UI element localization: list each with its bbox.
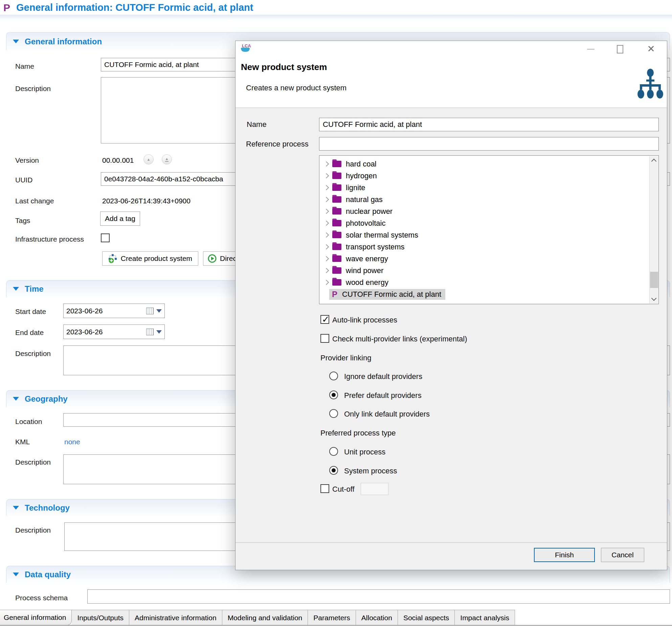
only-link-default-providers-radio[interactable] xyxy=(329,409,338,418)
collapse-icon[interactable] xyxy=(13,506,19,510)
prefer-default-providers-label: Prefer default providers xyxy=(344,391,422,400)
tab-label: General information xyxy=(4,613,66,622)
scrollbar-thumb[interactable] xyxy=(650,272,658,288)
last-change-label: Last change xyxy=(15,197,54,205)
folder-icon xyxy=(332,208,341,215)
chevron-right-icon[interactable] xyxy=(324,221,329,226)
tab-parameters[interactable]: Parameters xyxy=(308,610,356,625)
product-system-icon xyxy=(637,69,664,100)
version-major-up-button[interactable]: ▲ xyxy=(162,154,172,164)
chevron-right-icon[interactable] xyxy=(324,173,329,179)
uuid-label: UUID xyxy=(15,176,32,184)
tree-item-label: hard coal xyxy=(346,160,377,169)
tree-item-wood-energy[interactable]: wood energy xyxy=(319,276,658,288)
finish-button[interactable]: Finish xyxy=(534,548,595,562)
chevron-right-icon[interactable] xyxy=(324,244,329,250)
tab-modeling-and-validation[interactable]: Modeling and validation xyxy=(222,610,308,625)
tree-item-wind-power[interactable]: wind power xyxy=(319,265,658,276)
version-minor-up-button[interactable]: ▲ xyxy=(143,154,154,164)
dialog-reference-process-input[interactable] xyxy=(319,137,659,151)
play-icon xyxy=(207,254,217,263)
start-date-input[interactable]: 2023-06-26 xyxy=(63,304,165,318)
cutoff-checkbox[interactable] xyxy=(320,484,329,493)
create-product-system-label: Create product system xyxy=(121,254,192,263)
tree-item-natural-gas[interactable]: natural gas xyxy=(319,194,658,205)
system-process-radio[interactable] xyxy=(329,466,338,475)
direct-calculation-label: Direc xyxy=(220,254,237,263)
folder-icon xyxy=(332,244,341,250)
section-title: Data quality xyxy=(25,570,71,579)
add-tag-button[interactable]: Add a tag xyxy=(100,211,140,226)
tab-label: Inputs/Outputs xyxy=(77,614,124,622)
tree-item-wave-energy[interactable]: wave energy xyxy=(319,253,658,265)
ignore-default-providers-radio[interactable] xyxy=(329,372,338,380)
create-product-system-button[interactable]: Create product system xyxy=(102,251,198,266)
kml-none-link[interactable]: none xyxy=(64,438,80,446)
tab-inputs-outputs[interactable]: Inputs/Outputs xyxy=(72,610,129,625)
chevron-down-icon[interactable] xyxy=(156,330,162,334)
tree-item-hard-coal[interactable]: hard coal xyxy=(319,158,658,170)
folder-icon xyxy=(332,184,341,191)
tree-item-photovoltaic[interactable]: photovoltaic xyxy=(319,217,658,229)
collapse-icon[interactable] xyxy=(13,397,19,401)
chevron-right-icon[interactable] xyxy=(324,161,329,167)
end-date-input[interactable]: 2023-06-26 xyxy=(63,325,165,339)
tab-allocation[interactable]: Allocation xyxy=(356,610,398,625)
maximize-button[interactable] xyxy=(614,43,626,55)
tab-impact-analysis[interactable]: Impact analysis xyxy=(455,610,515,625)
technology-description-label: Description xyxy=(15,526,51,534)
infrastructure-process-checkbox[interactable] xyxy=(101,233,110,242)
collapse-icon[interactable] xyxy=(13,287,19,291)
only-link-default-providers-label: Only link default providers xyxy=(344,410,430,419)
chevron-right-icon[interactable] xyxy=(324,256,329,262)
tree-item-hydrogen[interactable]: hydrogen xyxy=(319,170,658,182)
tab-general-information[interactable]: General information xyxy=(0,610,72,625)
chevron-right-icon[interactable] xyxy=(324,209,329,214)
calendar-icon[interactable] xyxy=(146,308,154,314)
process-icon: P xyxy=(3,2,10,14)
dialog-name-input[interactable] xyxy=(319,118,659,131)
tree-item-label: natural gas xyxy=(346,195,383,204)
collapse-icon[interactable] xyxy=(13,40,19,43)
multi-provider-links-label: Check multi-provider links (experimental… xyxy=(332,335,467,343)
folder-icon xyxy=(332,279,341,286)
close-button[interactable]: ✕ xyxy=(645,43,657,55)
chevron-right-icon[interactable] xyxy=(324,232,329,238)
spinner-up-icon: ▲ xyxy=(165,157,169,162)
process-schema-input[interactable] xyxy=(87,589,670,604)
tab-label: Modeling and validation xyxy=(228,614,303,622)
auto-link-processes-checkbox[interactable] xyxy=(320,315,329,324)
scroll-up-icon[interactable] xyxy=(651,159,657,164)
tree-item-solar-thermal-systems[interactable]: solar thermal systems xyxy=(319,229,658,241)
prefer-default-providers-radio[interactable] xyxy=(329,390,338,399)
editor-tab-bar: General information Inputs/Outputs Admin… xyxy=(0,610,515,625)
maximize-icon xyxy=(617,45,623,53)
cutoff-value-input xyxy=(361,483,388,495)
new-product-system-dialog: LCA ✕ New product system Creates a new p… xyxy=(235,41,667,570)
system-process-label: System process xyxy=(344,467,397,475)
geography-description-label: Description xyxy=(15,458,51,466)
minimize-button[interactable] xyxy=(585,43,597,55)
cancel-button[interactable]: Cancel xyxy=(601,548,644,562)
name-label: Name xyxy=(15,62,34,70)
chevron-down-icon[interactable] xyxy=(156,309,162,313)
chevron-right-icon[interactable] xyxy=(324,268,329,273)
calendar-icon[interactable] xyxy=(146,329,154,335)
chevron-right-icon[interactable] xyxy=(324,197,329,202)
scroll-down-icon[interactable] xyxy=(651,296,657,301)
chevron-right-icon[interactable] xyxy=(324,280,329,285)
tree-item-label: wave energy xyxy=(346,254,388,263)
unit-process-radio[interactable] xyxy=(329,447,338,456)
start-date-value: 2023-06-26 xyxy=(66,307,143,315)
tree-item-lignite[interactable]: lignite xyxy=(319,182,658,194)
chevron-right-icon[interactable] xyxy=(324,185,329,191)
tree-item-selected-process[interactable]: P CUTOFF Formic acid, at plant xyxy=(319,288,658,300)
tree-scrollbar[interactable] xyxy=(649,156,658,304)
version-value: 00.00.001 xyxy=(102,156,134,164)
tab-administrative-information[interactable]: Administrative information xyxy=(129,610,222,625)
tab-social-aspects[interactable]: Social aspects xyxy=(398,610,455,625)
collapse-icon[interactable] xyxy=(13,573,19,576)
multi-provider-links-checkbox[interactable] xyxy=(320,334,329,343)
tree-item-nuclear-power[interactable]: nuclear power xyxy=(319,205,658,217)
tree-item-transport-systems[interactable]: transport systems xyxy=(319,241,658,253)
